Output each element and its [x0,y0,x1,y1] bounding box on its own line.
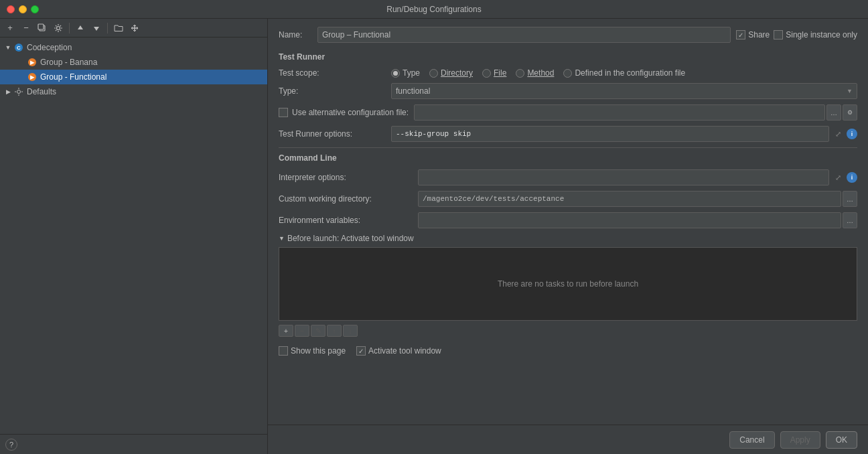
single-instance-checkbox-label[interactable]: Single instance only [774,30,857,40]
test-scope-label: Test scope: [279,68,386,78]
expand-icon[interactable]: ⤢ [830,126,845,142]
tree-item-banana[interactable]: ▶ ▶ Group - Banana [0,55,267,70]
info-icon[interactable]: i [847,129,857,139]
radio-file[interactable]: File [482,68,506,78]
activate-tool-window-label: Activate tool window [368,346,441,356]
move-icon [130,23,139,33]
run-config-functional-icon: ▶ [27,72,37,82]
alt-config-browse-button[interactable]: … [826,104,841,121]
working-dir-group: … [418,191,857,207]
type-dropdown[interactable]: functional ▼ [391,83,857,99]
radio-defined-config-circle[interactable] [563,69,572,78]
type-field-label: Type: [279,86,386,96]
remove-config-button[interactable]: − [19,21,33,35]
alt-config-input[interactable] [414,104,825,121]
environment-vars-input[interactable] [418,212,841,228]
show-page-checkbox-label[interactable]: Show this page [279,346,346,356]
test-runner-options-row: Test Runner options: ⤢ i [279,126,857,142]
before-launch-label: Before launch: Activate tool window [287,234,414,243]
tree-item-defaults[interactable]: ▶ Defaults [0,84,267,99]
tree-item-functional[interactable]: ▶ ▶ Group - Functional [0,70,267,84]
settings-icon [54,23,63,33]
copy-icon [38,23,47,33]
interpreter-options-input[interactable] [418,169,829,185]
svg-point-9 [17,90,21,94]
defaults-icon [13,86,24,97]
test-runner-options-input[interactable] [391,126,829,142]
before-launch-edit-button[interactable]: ✎ [311,325,326,337]
radio-method-label: Method [527,68,554,78]
command-line-section: Command Line Interpreter options: ⤢ i Cu… [279,153,857,228]
before-launch-section: ▼ Before launch: Activate tool window Th… [279,234,857,360]
before-launch-up-button[interactable]: ↑ [327,325,342,337]
main-container: + − [0,19,868,454]
left-toolbar: + − [0,19,267,37]
share-checkbox-label[interactable]: ✓ Share [736,30,770,40]
before-launch-remove-button[interactable]: − [295,325,309,337]
test-scope-radio-group: Type Directory File Method [391,68,857,78]
minimize-button[interactable] [19,5,27,13]
working-dir-row: Custom working directory: … [279,191,857,207]
sort-down-button[interactable] [89,21,104,35]
env-vars-browse-button[interactable]: … [843,212,857,228]
name-input[interactable] [317,27,731,43]
show-page-checkbox[interactable] [279,346,288,356]
settings-config-button[interactable] [51,21,66,35]
activate-tool-window-checkbox[interactable]: ✓ [356,346,366,356]
interpreter-expand-icon[interactable]: ⤢ [830,169,845,185]
alt-config-row: Use alternative configuration file: … ⚙ [279,104,857,121]
working-dir-browse-button[interactable]: … [843,191,857,207]
dropdown-arrow-icon: ▼ [847,88,853,94]
before-launch-add-button[interactable]: + [279,325,293,337]
single-instance-checkbox[interactable] [774,30,783,40]
radio-type-label: Type [403,68,420,78]
copy-config-button[interactable] [35,21,50,35]
radio-method[interactable]: Method [516,68,554,78]
config-tree[interactable]: ▼ C Codeception ▶ ▶ Group [0,37,267,434]
radio-type-circle[interactable] [391,69,400,78]
maximize-button[interactable] [31,5,39,13]
window-controls[interactable] [7,5,39,13]
type-row: Type: functional ▼ [279,83,857,99]
folder-button[interactable] [111,21,126,35]
radio-file-circle[interactable] [482,69,491,78]
share-checkbox[interactable]: ✓ [736,30,745,40]
interpreter-options-group: ⤢ i [418,169,857,185]
interpreter-info-icon[interactable]: i [847,172,857,183]
show-page-label: Show this page [291,346,346,356]
add-config-button[interactable]: + [3,21,17,35]
separator2 [107,23,108,33]
left-panel-footer: ? [0,434,267,454]
sort-up-icon [76,24,84,32]
radio-defined-config[interactable]: Defined in the configuration file [563,68,685,78]
environment-vars-label: Environment variables: [279,216,413,225]
close-button[interactable] [7,5,15,13]
alt-config-settings-button[interactable]: ⚙ [843,104,857,121]
apply-button[interactable]: Apply [780,431,820,449]
test-runner-options-label: Test Runner options: [279,129,386,139]
move-button[interactable] [127,21,142,35]
share-label: Share [748,30,770,40]
help-button[interactable]: ? [5,439,17,451]
cancel-button[interactable]: Cancel [729,431,774,449]
alt-config-checkbox-row: Use alternative configuration file: [279,108,409,117]
alt-config-checkbox[interactable] [279,108,288,117]
radio-directory-circle[interactable] [429,69,438,78]
sort-down-icon [92,24,100,32]
radio-directory[interactable]: Directory [429,68,473,78]
ok-button[interactable]: OK [826,431,857,449]
single-instance-label: Single instance only [786,30,857,40]
before-launch-header[interactable]: ▼ Before launch: Activate tool window [279,234,857,243]
activate-tool-window-checkbox-label[interactable]: ✓ Activate tool window [356,346,441,356]
separator [69,23,70,33]
tree-item-codeception[interactable]: ▼ C Codeception [0,40,267,55]
sort-up-button[interactable] [73,21,88,35]
before-launch-down-button[interactable]: ↓ [343,325,358,337]
env-vars-row: Environment variables: … [279,212,857,228]
functional-label: Group - Functional [40,72,106,82]
radio-type[interactable]: Type [391,68,420,78]
working-dir-input[interactable] [418,191,841,207]
dialog-footer: Cancel Apply OK [268,425,868,454]
name-label: Name: [279,30,312,40]
radio-method-circle[interactable] [516,69,524,78]
